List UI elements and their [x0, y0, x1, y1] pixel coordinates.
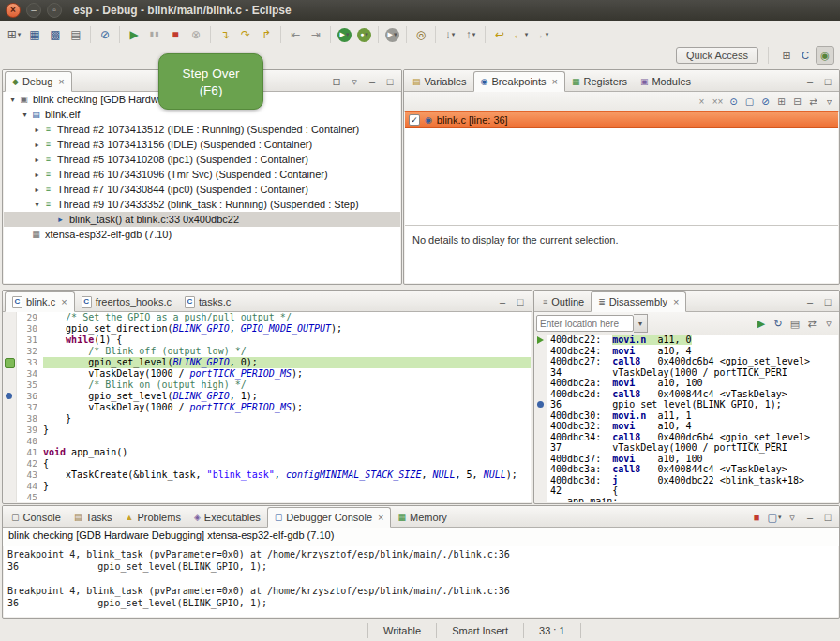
close-tab-icon[interactable]: × — [552, 76, 558, 87]
tab-disassembly[interactable]: ≣Disassembly× — [591, 291, 686, 312]
close-tab-icon[interactable]: × — [58, 76, 64, 87]
minimize-icon[interactable]: – — [802, 293, 818, 310]
editor-annotation-ruler[interactable] — [4, 335, 17, 346]
tab-tasks-c[interactable]: Ctasks.c — [178, 292, 237, 311]
maximize-button[interactable]: ▫ — [47, 3, 62, 18]
code-line[interactable]: gpio_set_level(BLINK_GPIO, 1); — [43, 391, 531, 402]
minimize-icon[interactable]: – — [802, 73, 818, 90]
disassembly-line[interactable]: 37 vTaskDelay(1000 / portTICK_PERI — [535, 442, 838, 454]
next-annotation-icon[interactable]: ↓▾ — [441, 25, 459, 44]
maximize-icon[interactable]: □ — [819, 509, 836, 526]
code-line[interactable]: vTaskDelay(1000 / portTICK_PERIOD_MS); — [43, 368, 531, 380]
code-line[interactable]: while(1) { — [43, 335, 531, 346]
open-console-icon[interactable]: ▢▾ — [766, 509, 783, 526]
close-button[interactable]: × — [6, 3, 21, 18]
step-return-icon[interactable]: ↱ — [257, 25, 276, 44]
last-edit-location-icon[interactable]: ↩ — [490, 25, 509, 44]
editor-annotation-ruler[interactable] — [4, 425, 17, 436]
debug-icon[interactable]: ●▾ — [357, 28, 371, 42]
forward-icon[interactable]: →▾ — [532, 25, 550, 44]
tab-freertos-hooks-c[interactable]: Cfreertos_hooks.c — [75, 292, 178, 311]
debug-tree-item[interactable]: ▦xtensa-esp32-elf-gdb (7.10) — [4, 227, 400, 242]
step-into-icon[interactable]: ↴ — [216, 25, 234, 44]
disassembly-line[interactable]: 400dbc2d: call8 0x400844c4 <vTaskDelay> — [535, 389, 838, 400]
debug-tree-item[interactable]: ▸≡Thread #6 1073431096 (Tmr Svc) (Suspen… — [4, 167, 400, 182]
expand-arrow-icon[interactable]: ▾ — [20, 111, 30, 119]
disassembly-line[interactable]: 400dbc37: movi a10, 100 — [535, 454, 838, 465]
editor-annotation-ruler[interactable] — [4, 470, 17, 481]
breakpoint-checkbox[interactable]: ✓ — [409, 114, 420, 126]
go-to-file-icon[interactable]: ▢ — [742, 94, 758, 110]
disassembly-line[interactable]: 400dbc24: movi a10, 4 — [535, 346, 838, 357]
debug-tree-item[interactable]: ▸≡Thread #3 1073413156 (IDLE) (Suspended… — [4, 137, 400, 152]
editor-annotation-ruler[interactable] — [4, 402, 17, 413]
collapse-all-icon[interactable]: ⊟ — [328, 73, 345, 90]
editor-annotation-ruler[interactable] — [4, 391, 17, 402]
external-tools-icon[interactable]: ▶▾ — [385, 28, 399, 42]
code-line[interactable] — [43, 492, 531, 502]
refresh-icon[interactable]: ↻ — [770, 315, 787, 332]
disassembly-line[interactable]: 36 gpio_set_level(BLINK_GPIO, 1); — [535, 399, 838, 410]
save-all-icon[interactable]: ▩ — [46, 25, 65, 44]
print-icon[interactable]: ▤ — [67, 25, 85, 44]
editor-annotation-ruler[interactable] — [4, 458, 17, 470]
code-line[interactable]: /* Blink off (output low) */ — [43, 346, 531, 357]
resume-icon[interactable]: ▶ — [125, 25, 143, 44]
remove-breakpoint-icon[interactable]: × — [694, 94, 710, 110]
code-line[interactable]: /* Blink on (output high) */ — [43, 380, 531, 391]
console-output[interactable]: Breakpoint 4, blink_task (pvParameter=0x… — [4, 546, 838, 617]
editor-annotation-ruler[interactable] — [4, 357, 17, 368]
minimize-button[interactable]: – — [26, 3, 41, 18]
editor-annotation-ruler[interactable] — [4, 380, 17, 391]
expand-arrow-icon[interactable]: ▸ — [32, 141, 42, 149]
tab-blink-c[interactable]: Cblink.c× — [5, 291, 75, 312]
breakpoint-item[interactable]: ✓◉blink.c [line: 36] — [405, 111, 838, 128]
tab-outline[interactable]: ≡Outline — [536, 292, 591, 311]
show-source-icon[interactable]: ▤ — [787, 315, 803, 332]
code-editor[interactable]: 29 /* Set the GPIO as a push/pull output… — [4, 312, 531, 502]
minimize-icon[interactable]: – — [802, 509, 818, 526]
open-perspective-icon[interactable]: ⊞ — [778, 47, 795, 64]
maximize-icon[interactable]: □ — [819, 73, 836, 90]
tab-console[interactable]: ▢Console — [5, 508, 68, 527]
close-tab-icon[interactable]: × — [673, 296, 679, 307]
maximize-icon[interactable]: □ — [382, 73, 398, 90]
quick-access-button[interactable]: Quick Access — [676, 47, 758, 64]
disassembly-line[interactable]: 400dbc2a: movi a10, 100 — [535, 378, 838, 389]
debug-tree-item[interactable]: ▸blink_task() at blink.c:33 0x400dbc22 — [4, 212, 400, 227]
disassembly-line[interactable]: 400dbc30: movi.n a11, 1 — [535, 410, 838, 422]
view-menu-icon[interactable]: ▿ — [821, 94, 837, 110]
debug-tree-item[interactable]: ▸≡Thread #5 1073410208 (ipc1) (Suspended… — [4, 152, 400, 167]
code-line[interactable]: void app_main() — [43, 447, 531, 458]
expand-arrow-icon[interactable]: ▾ — [32, 201, 42, 209]
editor-annotation-ruler[interactable] — [4, 323, 17, 335]
disassembly-line[interactable]: 400dbc3d: j 0x400dbc22 <blink_task+18> — [535, 475, 838, 486]
tab-problems[interactable]: ▲Problems — [119, 508, 188, 527]
location-input[interactable] — [536, 315, 634, 332]
debug-tree-item[interactable]: ▸≡Thread #2 1073413512 (IDLE : Running) … — [4, 122, 400, 137]
minimize-icon[interactable]: – — [364, 73, 381, 90]
debug-tree-item[interactable]: ▾≡Thread #9 1073433352 (blink_task : Run… — [4, 197, 400, 212]
disassembly-line[interactable]: 34 vTaskDelay(1000 / portTICK_PERI — [535, 367, 838, 379]
tab-breakpoints[interactable]: ◉Breakpoints× — [473, 71, 565, 92]
skip-all-breakpoints-icon[interactable]: ⊘ — [96, 25, 114, 44]
skip-all-breakpoints-icon[interactable]: ⊘ — [758, 94, 773, 110]
link-with-debug-view-icon[interactable]: ⇄ — [805, 94, 821, 110]
code-line[interactable]: xTaskCreate(&blink_task, "blink_task", c… — [43, 470, 531, 481]
drop-to-frame-icon[interactable]: ⇤ — [286, 25, 305, 44]
code-line[interactable]: } — [43, 413, 531, 425]
tab-variables[interactable]: ▤Variables — [406, 72, 473, 91]
editor-annotation-ruler[interactable] — [4, 346, 17, 357]
disassembly-listing[interactable]: 400dbc22: movi.n a11, 0400dbc24: movi a1… — [535, 335, 838, 502]
code-line[interactable]: vTaskDelay(1000 / portTICK_PERIOD_MS); — [43, 402, 531, 413]
new-wizard-icon[interactable]: ⊞▾ — [5, 25, 23, 44]
tab-debug[interactable]: ◆Debug× — [5, 71, 72, 92]
close-tab-icon[interactable]: × — [378, 512, 383, 523]
code-line[interactable]: gpio_set_level(BLINK_GPIO, 0); — [43, 357, 531, 368]
code-line[interactable]: { — [43, 458, 531, 470]
minimize-icon[interactable]: – — [494, 293, 511, 310]
terminate-icon[interactable]: ■ — [166, 25, 185, 44]
run-icon[interactable]: ▶▾ — [338, 28, 352, 42]
expand-arrow-icon[interactable]: ▾ — [8, 96, 18, 104]
tab-debugger-console[interactable]: ▢Debugger Console× — [267, 507, 392, 528]
